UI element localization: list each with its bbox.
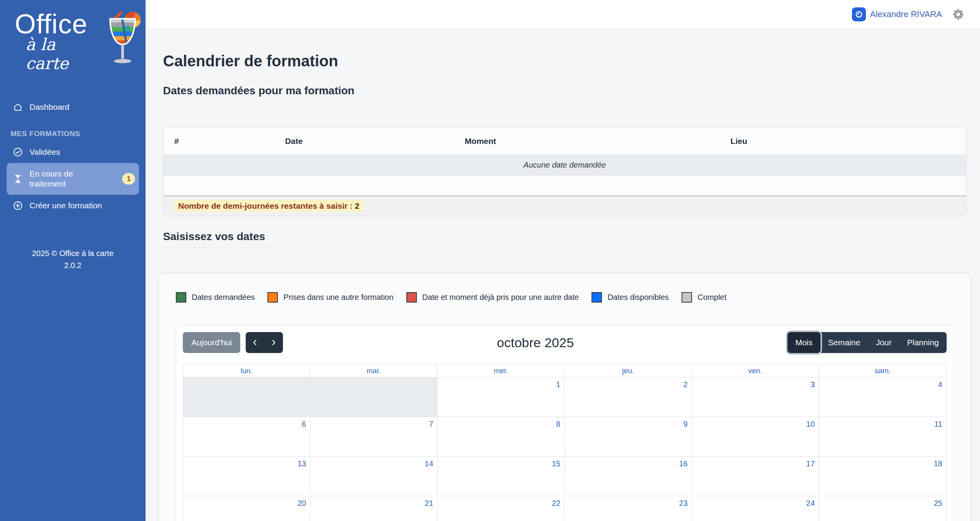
page-content: Calendrier de formation Dates demandées … <box>146 29 980 521</box>
day-number-link[interactable]: 20 <box>297 499 306 508</box>
day-number-link[interactable]: 4 <box>938 380 942 389</box>
app-logo[interactable]: Office à la carte <box>0 0 146 73</box>
day-number-link[interactable]: 17 <box>806 459 815 468</box>
table-header-row: # Date Moment Lieu <box>163 127 966 154</box>
calendar-day-cell[interactable]: 3 <box>692 377 819 417</box>
day-number-link[interactable]: 25 <box>934 499 942 508</box>
calendar-card: Aujourd'hui octobre 2025 Mois Semaine J <box>176 325 954 521</box>
legend-item-complet: Complet <box>682 292 726 303</box>
calendar-day-cell[interactable]: 1 <box>437 377 565 417</box>
remaining-half-days-highlight: Nombre de demi-journées restantes à sais… <box>174 200 363 212</box>
day-number-link[interactable]: 7 <box>429 420 433 429</box>
calendar-day-cell[interactable]: 6 <box>183 417 310 456</box>
day-number-link[interactable]: 9 <box>683 420 688 429</box>
calendar-day-cell[interactable]: 13 <box>183 457 310 496</box>
calendar-week-row: 1 2 3 4 <box>183 377 946 417</box>
legend-item-dates-demandees: Dates demandées <box>176 292 255 303</box>
power-icon <box>855 10 863 19</box>
sidebar-nav: Dashboard MES FORMATIONS Validées En cou… <box>0 96 146 216</box>
dow-jeu: jeu. <box>565 364 692 377</box>
calendar-day-cell[interactable]: 14 <box>310 457 438 496</box>
legend-label: Dates demandées <box>192 293 255 302</box>
calendar-day-cell[interactable]: 20 <box>183 496 310 521</box>
day-number-link[interactable]: 14 <box>425 459 433 468</box>
sidebar-item-validees[interactable]: Validées <box>7 141 139 163</box>
view-button-semaine[interactable]: Semaine <box>820 332 868 353</box>
day-number-link[interactable]: 23 <box>679 499 687 508</box>
main-area: Alexandre RIVARA Calendrier de formation… <box>146 0 980 521</box>
sidebar: Office à la carte <box>0 0 146 521</box>
today-button[interactable]: Aujourd'hui <box>183 332 240 353</box>
column-header-date: Date <box>274 127 454 154</box>
calendar-day-cell[interactable]: 15 <box>437 457 565 496</box>
next-month-button[interactable] <box>264 332 283 353</box>
calendar-legend: Dates demandées Prises dans une autre fo… <box>176 292 954 303</box>
calendar-day-cell[interactable]: 16 <box>565 457 692 496</box>
dow-ven: ven. <box>692 364 819 377</box>
view-button-planning[interactable]: Planning <box>899 332 947 353</box>
day-number-link[interactable]: 24 <box>806 499 815 508</box>
day-number-link[interactable]: 8 <box>556 420 560 429</box>
calendar-day-cell[interactable]: 9 <box>565 417 692 456</box>
calendar-day-cell[interactable]: 4 <box>819 377 946 417</box>
calendar-day-cell[interactable]: 7 <box>310 417 438 456</box>
calendar-day-cell[interactable]: 24 <box>692 496 819 521</box>
table-spacer <box>163 176 966 196</box>
day-number-link[interactable]: 10 <box>806 420 815 429</box>
day-number-link[interactable]: 16 <box>679 459 687 468</box>
calendar-day-cell[interactable]: 10 <box>692 417 819 456</box>
day-number-link[interactable]: 18 <box>934 459 942 468</box>
day-number-link[interactable]: 2 <box>683 380 688 389</box>
column-header-lieu: Lieu <box>720 127 966 154</box>
calendar-day-cell-disabled <box>310 377 438 417</box>
view-button-mois[interactable]: Mois <box>787 332 820 353</box>
calendar-section-card: Dates demandées Prises dans une autre fo… <box>158 273 971 521</box>
day-number-link[interactable]: 1 <box>556 380 560 389</box>
legend-item-deja-pris: Date et moment déjà pris pour une autre … <box>406 292 579 303</box>
calendar-day-cell[interactable]: 11 <box>819 417 946 456</box>
prev-month-button[interactable] <box>246 332 264 353</box>
calendar-toolbar: Aujourd'hui octobre 2025 Mois Semaine J <box>183 332 947 353</box>
day-number-link[interactable]: 15 <box>552 459 560 468</box>
logo-subtitle: à la carte <box>26 35 103 73</box>
calendar-week-row: 13 14 15 16 17 18 <box>183 457 946 496</box>
calendar-day-cell[interactable]: 25 <box>819 496 946 521</box>
user-name[interactable]: Alexandre RIVARA <box>870 9 942 19</box>
calendar-day-cell[interactable]: 18 <box>819 457 946 496</box>
sidebar-section-label: MES FORMATIONS <box>0 130 146 138</box>
calendar-day-cell-disabled <box>183 377 310 417</box>
legend-swatch-red <box>406 292 417 303</box>
logo-title: Office <box>15 10 103 39</box>
legend-swatch-blue <box>591 292 602 303</box>
legend-label: Date et moment déjà pris pour une autre … <box>422 293 579 302</box>
view-button-jour[interactable]: Jour <box>868 332 899 353</box>
calendar-week-row: 20 21 22 23 24 25 <box>183 496 946 521</box>
day-number-link[interactable]: 6 <box>302 420 306 429</box>
day-number-link[interactable]: 3 <box>810 380 815 389</box>
calendar-day-cell[interactable]: 21 <box>310 496 438 521</box>
column-header-moment: Moment <box>454 127 720 154</box>
sidebar-item-dashboard[interactable]: Dashboard <box>7 96 139 118</box>
settings-button[interactable] <box>953 9 964 20</box>
day-number-link[interactable]: 13 <box>297 459 306 468</box>
sidebar-item-label: En cours de traitement <box>29 169 111 189</box>
calendar-day-cell[interactable]: 17 <box>692 457 819 496</box>
sidebar-item-creer-formation[interactable]: Créer une formation <box>7 195 139 216</box>
logout-power-button[interactable] <box>852 7 866 21</box>
sidebar-item-en-cours-de-traitement[interactable]: En cours de traitement 1 <box>7 163 139 195</box>
day-number-link[interactable]: 11 <box>934 420 942 429</box>
calendar-day-cell[interactable]: 22 <box>437 496 565 521</box>
home-icon <box>13 102 23 112</box>
copyright-text: 2025 © Office à la carte <box>0 248 146 260</box>
legend-item-prises-autre-formation: Prises dans une autre formation <box>267 292 394 303</box>
calendar-day-cell[interactable]: 23 <box>565 496 692 521</box>
day-number-link[interactable]: 21 <box>425 499 433 508</box>
page-title: Calendrier de formation <box>163 52 966 70</box>
calendar-day-cell[interactable]: 8 <box>437 417 565 456</box>
day-number-link[interactable]: 22 <box>552 499 560 508</box>
remaining-value: 2 <box>355 201 359 210</box>
column-header-num: # <box>163 127 274 154</box>
calendar-day-cell[interactable]: 2 <box>565 377 692 417</box>
day-of-week-header-row: lun. mar. mer. jeu. ven. sam. <box>183 364 946 377</box>
sidebar-footer: 2025 © Office à la carte 2.0.2 <box>0 248 146 272</box>
